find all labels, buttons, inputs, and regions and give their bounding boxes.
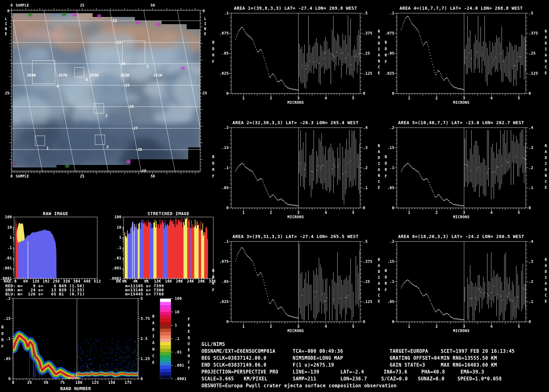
svg-text:5: 5 [352,210,354,215]
raw-histogram-title: RAW IMAGE [43,211,68,216]
svg-text:.375: .375 [363,259,372,264]
svg-text:B: B [212,155,215,159]
svg-text:.1: .1 [390,279,394,284]
svg-text:64: 64 [23,279,28,283]
svg-text:R: R [385,53,387,57]
svg-text:I: I [545,47,547,51]
svg-text:269W: 269W [27,73,36,77]
svg-text:E: E [545,299,547,304]
svg-text:512: 512 [94,279,101,283]
svg-text:0: 0 [392,91,394,96]
svg-text:.1: .1 [224,11,229,15]
svg-text:F: F [385,60,387,64]
svg-text:24K: 24K [187,279,194,283]
svg-text:2: 2 [270,96,272,100]
svg-text:E: E [378,299,380,304]
svg-text:.2: .2 [390,125,394,130]
svg-text:A: A [545,281,547,286]
svg-text:GAIN STATE=3: GAIN STATE=3 [390,362,425,368]
svg-text:BLU:: BLU: [5,292,16,296]
svg-text:2: 2 [435,210,438,215]
raw-histogram-panel: RAW IMAGE 100101.1.01.001.0001RAD.064128… [0,211,101,296]
svg-text:I: I [204,22,206,26]
svg-text:GLL/NIMS: GLL/NIMS [201,342,225,347]
svg-text:.125: .125 [363,299,372,304]
svg-text:D: D [378,156,380,160]
svg-text:.25: .25 [529,51,536,56]
svg-text:.01: .01 [114,256,121,260]
svg-text:D: D [545,41,547,45]
svg-text:.075: .075 [219,259,229,264]
svg-text:.05: .05 [387,186,394,190]
svg-text:E: E [188,329,190,334]
svg-text:.05: .05 [3,357,11,361]
svg-text:5: 5 [518,210,520,215]
svg-text:0: 0 [8,377,11,381]
svg-text:D: D [1,331,4,336]
svg-text:.1: .1 [390,166,394,170]
svg-text:0: 0 [14,279,17,283]
spectrum-title-area4: AREA 4=(16,7,7,7) LAT= -24.0 LON= 268.8 … [400,6,523,11]
metadata-row-5: SCALE=3.665KM/PIXELSAMP=211LON=236.7S/CA… [201,376,502,382]
observation-metadata-block: GLL/NIMSOBSNAME/EXT=E6ENSUCOMP01ATCA=-00… [201,342,515,389]
svg-text:BEG SCLK=03837142.00.0: BEG SCLK=03837142.00.0 [201,355,266,361]
svg-text:A: A [152,321,155,325]
svg-text:.125: .125 [529,71,538,76]
svg-text:.2: .2 [6,296,11,301]
band-density-plot [13,326,138,385]
svg-text:.1: .1 [6,336,11,341]
svg-text:320: 320 [63,279,70,283]
svg-text:.15: .15 [221,146,229,150]
svg-text:2: 2 [435,96,438,100]
svg-text:0: 0 [7,9,9,13]
svg-text:.1: .1 [224,166,229,170]
svg-text:B: B [1,325,4,329]
svg-text:4: 4 [325,96,327,100]
svg-text:25: 25 [27,380,32,385]
svg-text:L: L [5,17,7,21]
svg-text:.15: .15 [3,316,11,321]
svg-text:10: 10 [117,225,121,230]
svg-text:.5: .5 [529,11,533,15]
svg-text:4: 4 [325,210,327,215]
svg-text:R: R [378,144,380,148]
svg-text:TCA=-000 00:49:36: TCA=-000 00:49:36 [293,348,343,354]
svg-text:0: 0 [141,377,143,381]
svg-text:0: 0 [226,91,229,96]
svg-text:.2: .2 [363,166,368,170]
svg-text:SAMPLE: SAMPLE [16,3,29,8]
svg-text:267W: 267W [58,73,67,77]
svg-text:0: 0 [10,174,13,178]
svg-text:D: D [152,327,155,332]
svg-text:0: 0 [12,380,14,385]
svg-text:D: D [545,269,547,274]
svg-text:I: I [5,22,7,26]
svg-text:END SCLK=03837149.86.0: END SCLK=03837149.86.0 [201,362,266,368]
svg-text:.05: .05 [387,299,394,304]
svg-text:I: I [152,334,155,338]
svg-text:E: E [5,32,7,36]
svg-text:MICRONS: MICRONS [287,100,304,105]
svg-text:E: E [378,185,380,190]
svg-text:EMA=39.3: EMA=39.3 [461,369,484,375]
svg-text:C: C [188,360,190,364]
svg-text:0: 0 [363,206,365,210]
svg-text:A: A [545,53,547,57]
svg-text:125: 125 [92,380,99,385]
svg-text:0: 0 [226,206,229,210]
svg-text:1: 1 [46,146,49,150]
spectrum-area1: .1.075.05.0250.5.375.25.125012345MICRONS… [212,11,380,105]
spectrum-title-area5: AREA 5=(10,40,7,7) LAT= -23.0 LON= 262.7… [398,120,524,125]
svg-text:A: A [378,35,380,40]
svg-text:.15: .15 [387,259,394,264]
svg-text:3: 3 [463,324,465,329]
svg-text:I: I [545,162,547,166]
svg-text:175: 175 [125,380,132,385]
svg-text:100: 100 [5,215,12,219]
svg-text:.125: .125 [363,71,372,76]
svg-text:A: A [152,341,155,345]
svg-text:F(1 u)=2675.19: F(1 u)=2675.19 [293,362,334,368]
svg-text:D: D [212,275,215,279]
svg-text:12K: 12K [154,279,161,283]
svg-text:N: N [545,59,547,63]
